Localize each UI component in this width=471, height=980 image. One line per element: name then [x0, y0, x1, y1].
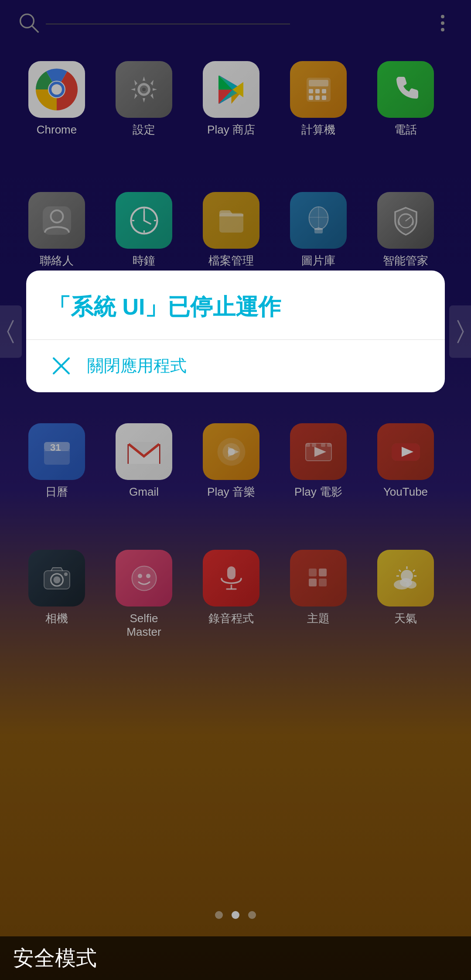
system-ui-crashed-dialog: 「系統 UI」已停止運作 關閉應用程式 — [26, 271, 445, 392]
safe-mode-bar: 安全模式 — [0, 936, 471, 980]
safe-mode-label: 安全模式 — [13, 944, 97, 972]
dialog-overlay — [0, 0, 471, 980]
dialog-close-button[interactable] — [48, 353, 74, 379]
dialog-actions: 關閉應用程式 — [48, 340, 423, 392]
dialog-title: 「系統 UI」已停止運作 — [48, 292, 423, 322]
dialog-close-action-label[interactable]: 關閉應用程式 — [87, 355, 187, 377]
